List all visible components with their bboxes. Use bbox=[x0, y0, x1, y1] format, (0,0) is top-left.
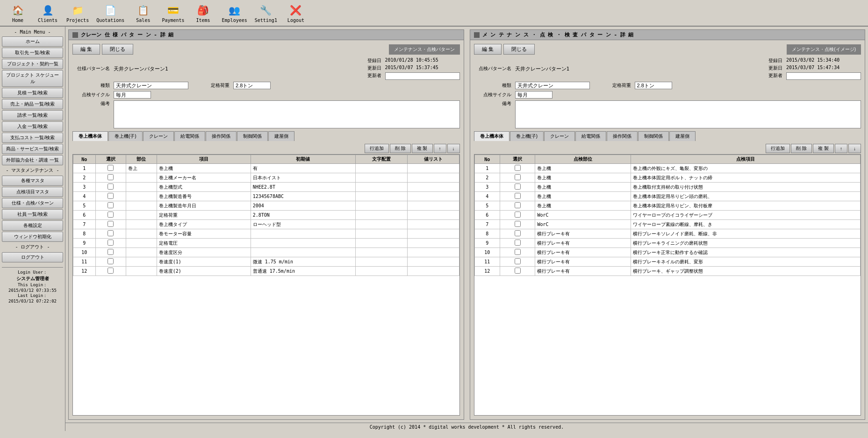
right-cell-check[interactable] bbox=[500, 239, 535, 248]
nav-item-home[interactable]: 🏠 Home bbox=[4, 2, 32, 24]
sidebar-btn-ログアウト[interactable]: ログアウト bbox=[2, 252, 63, 262]
left-cell-check[interactable] bbox=[95, 257, 126, 267]
right-cell-check[interactable] bbox=[500, 211, 535, 220]
sidebar-btn-仕様・点検パターン[interactable]: 仕様・点検パターン bbox=[2, 198, 63, 208]
right-cell-check[interactable] bbox=[500, 183, 535, 192]
right-edit-button[interactable]: 編 集 bbox=[474, 44, 502, 55]
sidebar-btn-外部協力会社・調達 一覧[interactable]: 外部協力会社・調達 一覧 bbox=[2, 155, 63, 165]
right-table-btn-削 除[interactable]: 削 除 bbox=[791, 144, 812, 153]
right-th-点検部位: 点検部位 bbox=[535, 155, 631, 164]
left-tab-3[interactable]: 給電関係 bbox=[174, 131, 205, 141]
right-table-btn-↑[interactable]: ↑ bbox=[835, 144, 847, 153]
right-cycle-input[interactable] bbox=[515, 91, 552, 99]
sidebar-btn-請求 一覧/検索[interactable]: 請求 一覧/検索 bbox=[2, 110, 63, 120]
right-close-button[interactable]: 閉じる bbox=[503, 44, 535, 55]
left-cell-check[interactable] bbox=[95, 173, 126, 183]
left-tab-2[interactable]: クレーン bbox=[143, 131, 174, 141]
nav-item-logout[interactable]: ❌ Logout bbox=[282, 2, 310, 24]
nav-item-payments[interactable]: 💳 Payments bbox=[159, 2, 187, 24]
left-load-input[interactable] bbox=[233, 82, 271, 89]
left-cell-check[interactable] bbox=[95, 183, 126, 192]
right-cell-check[interactable] bbox=[500, 257, 535, 267]
right-tab-5[interactable]: 制御関係 bbox=[638, 131, 669, 141]
left-table-btn-行追加[interactable]: 行追加 bbox=[365, 144, 389, 153]
left-cell-check[interactable] bbox=[95, 201, 126, 211]
left-cell-check[interactable] bbox=[95, 248, 126, 257]
left-table-btn-複 製[interactable]: 複 製 bbox=[412, 144, 433, 153]
left-cell-check[interactable] bbox=[95, 192, 126, 201]
left-tab-0[interactable]: 巻上機本体 bbox=[72, 131, 108, 141]
right-tab-3[interactable]: 給電関係 bbox=[575, 131, 606, 141]
left-tab-6[interactable]: 建屋側 bbox=[268, 131, 294, 141]
left-close-button[interactable]: 閉じる bbox=[102, 44, 133, 55]
right-table-btn-行追加[interactable]: 行追加 bbox=[766, 144, 790, 153]
left-cell-check[interactable] bbox=[95, 267, 126, 276]
sidebar-btn-点検項目マスタ[interactable]: 点検項目マスタ bbox=[2, 187, 63, 197]
nav-item-setting1[interactable]: 🔧 Setting1 bbox=[252, 2, 280, 24]
left-table-wrapper[interactable]: No選択部位項目初期値文字配置値リスト 1 巻上 巻上機 有 2 巻上機メーカー… bbox=[72, 154, 460, 416]
sidebar-btn-支払コスト 一覧/検索[interactable]: 支払コスト 一覧/検索 bbox=[2, 133, 63, 143]
right-th-選択: 選択 bbox=[500, 155, 535, 164]
right-tab-1[interactable]: 巻上機(子) bbox=[510, 131, 544, 141]
right-load-input[interactable] bbox=[635, 82, 672, 89]
sidebar-btn-商品・サービス一覧/検索[interactable]: 商品・サービス一覧/検索 bbox=[2, 144, 63, 154]
nav-item-employees[interactable]: 👥 Employees bbox=[219, 2, 250, 24]
left-table-btn-↑[interactable]: ↑ bbox=[434, 144, 446, 153]
nav-item-quotations[interactable]: 📄 Quotations bbox=[93, 2, 127, 24]
left-tab-5[interactable]: 制御関係 bbox=[237, 131, 268, 141]
left-type-input[interactable] bbox=[114, 82, 188, 89]
right-type-input[interactable] bbox=[515, 82, 590, 89]
right-cell-check[interactable] bbox=[500, 173, 535, 183]
sidebar-btn-売上・納品 一覧/検索[interactable]: 売上・納品 一覧/検索 bbox=[2, 99, 63, 109]
right-cell-check[interactable] bbox=[500, 248, 535, 257]
right-memo-textarea[interactable] bbox=[515, 100, 861, 128]
left-maintenance-button[interactable]: メンテナンス・点検パターン bbox=[389, 44, 460, 55]
sidebar-btn-プロジェクト・契約一覧[interactable]: プロジェクト・契約一覧 bbox=[2, 59, 63, 69]
right-tab-2[interactable]: クレーン bbox=[544, 131, 575, 141]
sidebar-btn-プロジェクト スケジュール[interactable]: プロジェクト スケジュール bbox=[2, 70, 63, 87]
nav-item-sales[interactable]: 📋 Sales bbox=[129, 2, 157, 24]
left-cell-check[interactable] bbox=[95, 211, 126, 220]
sidebar-btn-各種設定[interactable]: 各種設定 bbox=[2, 220, 63, 231]
sidebar-btn-ウィンドウ初期化[interactable]: ウィンドウ初期化 bbox=[2, 232, 63, 242]
nav-item-items[interactable]: 🎒 Items bbox=[189, 2, 217, 24]
left-cell-check[interactable] bbox=[95, 164, 126, 173]
right-table-btn-↓[interactable]: ↓ bbox=[848, 144, 861, 153]
right-panel-title-bar: メ ン テ ナ ン ス ・ 点 検 ・ 検 査 パ タ ー ン - 詳 細 bbox=[470, 30, 865, 40]
left-table-btn-削 除[interactable]: 削 除 bbox=[390, 144, 411, 153]
left-tab-1[interactable]: 巻上機(子) bbox=[108, 131, 143, 141]
nav-item-clients[interactable]: 👤 Clients bbox=[34, 2, 62, 24]
left-tab-4[interactable]: 操作関係 bbox=[206, 131, 237, 141]
panels-row: クレーン 仕 様 パ タ ー ン - 詳 細 編 集 閉じる メンテナンス・点検… bbox=[65, 27, 868, 423]
right-table-wrapper[interactable]: No選択点検部位点検項目 1 巻上機 巻上機の外観にキズ、亀裂、変形の 2 巻上… bbox=[474, 154, 861, 416]
right-cell-check[interactable] bbox=[500, 229, 535, 239]
left-updater-input[interactable] bbox=[385, 72, 460, 80]
left-edit-button[interactable]: 編 集 bbox=[72, 44, 100, 55]
left-cell-check[interactable] bbox=[95, 239, 126, 248]
left-cell-check[interactable] bbox=[95, 229, 126, 239]
right-tab-0[interactable]: 巻上機本体 bbox=[474, 131, 509, 141]
sidebar-btn-ホーム[interactable]: ホーム bbox=[2, 36, 63, 47]
right-cell-check[interactable] bbox=[500, 192, 535, 201]
sidebar-btn-社員 一覧/検索[interactable]: 社員 一覧/検索 bbox=[2, 209, 63, 219]
right-updater-input[interactable] bbox=[786, 72, 861, 80]
left-cycle-input[interactable] bbox=[114, 91, 151, 99]
left-memo-textarea[interactable] bbox=[114, 100, 460, 128]
left-cell-initial: 有 bbox=[251, 164, 355, 173]
right-tab-6[interactable]: 建屋側 bbox=[669, 131, 696, 141]
right-cell-check[interactable] bbox=[500, 267, 535, 276]
right-cell-check[interactable] bbox=[500, 220, 535, 229]
left-table-btn-↓[interactable]: ↓ bbox=[447, 144, 460, 153]
right-maintenance-button[interactable]: メンテナンス・点検(イメージ) bbox=[787, 44, 861, 55]
sidebar-btn-各種マスタ[interactable]: 各種マスタ bbox=[2, 176, 63, 186]
right-type-label: 種類 bbox=[474, 82, 511, 89]
right-cell-check[interactable] bbox=[500, 201, 535, 211]
right-table-btn-複 製[interactable]: 複 製 bbox=[813, 144, 834, 153]
sidebar-btn-見積 一覧/検索[interactable]: 見積 一覧/検索 bbox=[2, 88, 63, 98]
right-cell-check[interactable] bbox=[500, 164, 535, 173]
left-cell-check[interactable] bbox=[95, 220, 126, 229]
right-tab-4[interactable]: 操作関係 bbox=[607, 131, 638, 141]
nav-item-projects[interactable]: 📁 Projects bbox=[64, 2, 92, 24]
sidebar-btn-取引先 一覧/検索[interactable]: 取引先 一覧/検索 bbox=[2, 48, 63, 58]
sidebar-btn-入金 一覧/検索[interactable]: 入金 一覧/検索 bbox=[2, 121, 63, 132]
